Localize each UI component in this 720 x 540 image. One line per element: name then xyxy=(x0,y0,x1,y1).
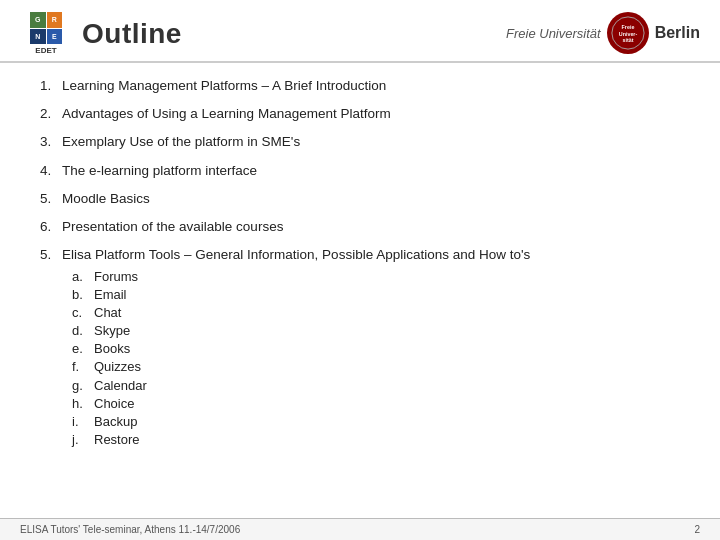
sub-item: b.Email xyxy=(72,286,530,304)
content-area: 1.Learning Management Platforms – A Brie… xyxy=(0,63,720,518)
sub-text: Backup xyxy=(94,413,137,431)
sub-item: a.Forums xyxy=(72,268,530,286)
sub-text: Skype xyxy=(94,322,130,340)
outline-text: The e-learning platform interface xyxy=(62,162,257,180)
outline-main-text: Learning Management Platforms – A Brief … xyxy=(62,78,386,93)
sub-item: d.Skype xyxy=(72,322,530,340)
outline-main-text: Elisa Platform Tools – General Informati… xyxy=(62,247,530,262)
outline-text: Presentation of the available courses xyxy=(62,218,283,236)
outline-text: Elisa Platform Tools – General Informati… xyxy=(62,246,530,449)
outline-number: 5. xyxy=(40,190,62,208)
outline-number: 5. xyxy=(40,246,62,264)
sub-item: e.Books xyxy=(72,340,530,358)
header-right: Freie Universität Freie Univer- sität Be… xyxy=(506,12,700,54)
berlin-text: Berlin xyxy=(655,24,700,42)
outline-main-text: Moodle Basics xyxy=(62,191,150,206)
outline-item: 5.Moodle Basics xyxy=(40,190,680,208)
sub-text: Quizzes xyxy=(94,358,141,376)
sub-letter: f. xyxy=(72,358,94,376)
sub-letter: d. xyxy=(72,322,94,340)
outline-item: 4.The e-learning platform interface xyxy=(40,162,680,180)
footer-page: 2 xyxy=(694,524,700,535)
outline-number: 4. xyxy=(40,162,62,180)
sub-letter: b. xyxy=(72,286,94,304)
sub-letter: e. xyxy=(72,340,94,358)
sub-item: c.Chat xyxy=(72,304,530,322)
logo-cell-r: R xyxy=(47,12,63,28)
logo-cell-e: E xyxy=(47,29,63,45)
outline-item: 5.Elisa Platform Tools – General Informa… xyxy=(40,246,680,449)
sub-list: a.Forumsb.Emailc.Chatd.Skypee.Booksf.Qui… xyxy=(62,268,530,450)
svg-text:Univer-: Univer- xyxy=(618,31,637,37)
sub-text: Chat xyxy=(94,304,121,322)
outline-list: 1.Learning Management Platforms – A Brie… xyxy=(40,77,680,449)
logo-grid: G R N E xyxy=(30,12,62,44)
outline-item: 6.Presentation of the available courses xyxy=(40,218,680,236)
outline-text: Exemplary Use of the platform in SME's xyxy=(62,133,300,151)
outline-number: 3. xyxy=(40,133,62,151)
sub-text: Books xyxy=(94,340,130,358)
outline-number: 6. xyxy=(40,218,62,236)
outline-main-text: Exemplary Use of the platform in SME's xyxy=(62,134,300,149)
outline-number: 1. xyxy=(40,77,62,95)
sub-item: f.Quizzes xyxy=(72,358,530,376)
footer: ELISA Tutors' Tele-seminar, Athens 11.-1… xyxy=(0,518,720,540)
outline-text: Advantages of Using a Learning Managemen… xyxy=(62,105,391,123)
svg-text:sität: sität xyxy=(622,37,633,43)
sub-text: Restore xyxy=(94,431,140,449)
sub-text: Calendar xyxy=(94,377,147,395)
outline-text: Learning Management Platforms – A Brief … xyxy=(62,77,386,95)
header: G R N E EDET Outline Freie Universität F… xyxy=(0,0,720,63)
sub-letter: i. xyxy=(72,413,94,431)
outline-main-text: The e-learning platform interface xyxy=(62,163,257,178)
sub-letter: a. xyxy=(72,268,94,286)
outline-item: 1.Learning Management Platforms – A Brie… xyxy=(40,77,680,95)
sub-letter: h. xyxy=(72,395,94,413)
header-left: G R N E EDET Outline xyxy=(20,12,182,55)
sub-text: Email xyxy=(94,286,127,304)
sub-item: h.Choice xyxy=(72,395,530,413)
outline-main-text: Presentation of the available courses xyxy=(62,219,283,234)
outline-item: 2.Advantages of Using a Learning Managem… xyxy=(40,105,680,123)
sub-item: i.Backup xyxy=(72,413,530,431)
fu-text: Freie Universität xyxy=(506,26,601,41)
outline-number: 2. xyxy=(40,105,62,123)
sub-text: Forums xyxy=(94,268,138,286)
outline-text: Moodle Basics xyxy=(62,190,150,208)
footer-text: ELISA Tutors' Tele-seminar, Athens 11.-1… xyxy=(20,524,240,535)
outline-main-text: Advantages of Using a Learning Managemen… xyxy=(62,106,391,121)
logo-cell-g: G xyxy=(30,12,46,28)
slide: G R N E EDET Outline Freie Universität F… xyxy=(0,0,720,540)
logo-label: EDET xyxy=(35,46,56,55)
outline-item: 3.Exemplary Use of the platform in SME's xyxy=(40,133,680,151)
sub-text: Choice xyxy=(94,395,134,413)
fu-logo: Freie Universität Freie Univer- sität Be… xyxy=(506,12,700,54)
sub-letter: j. xyxy=(72,431,94,449)
sub-item: j.Restore xyxy=(72,431,530,449)
sub-letter: g. xyxy=(72,377,94,395)
fu-badge: Freie Univer- sität xyxy=(607,12,649,54)
logo-cell-n: N xyxy=(30,29,46,45)
sub-item: g.Calendar xyxy=(72,377,530,395)
sub-letter: c. xyxy=(72,304,94,322)
slide-title: Outline xyxy=(82,18,182,50)
svg-text:Freie: Freie xyxy=(621,24,634,30)
logo-container: G R N E EDET xyxy=(20,12,72,55)
